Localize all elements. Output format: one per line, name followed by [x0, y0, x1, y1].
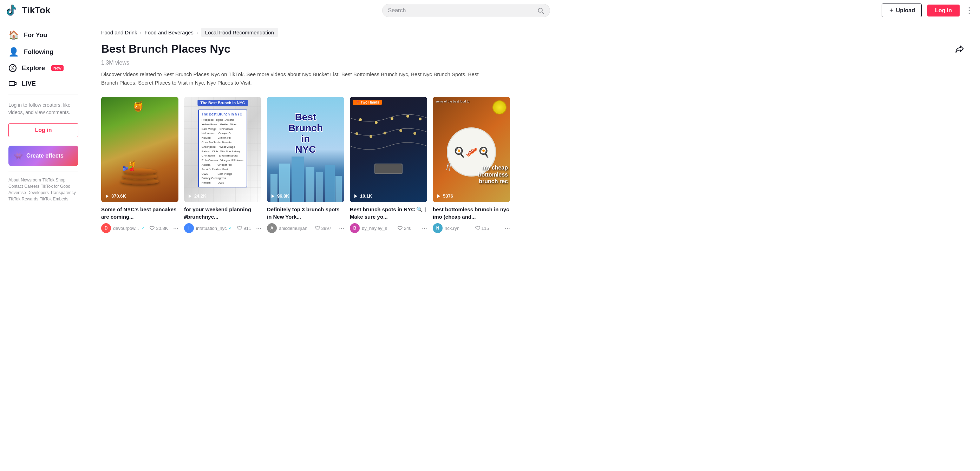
svg-rect-13 [325, 165, 335, 202]
more-dots-2[interactable]: ··· [256, 225, 261, 232]
video-title-2: for your weekend planning #brunchnyc... [184, 206, 261, 220]
footer-link-tiktokrewards[interactable]: TikTok Rewards [8, 197, 38, 201]
new-badge: New [51, 65, 64, 71]
footer-link-careers[interactable]: Careers [24, 184, 39, 189]
page-title: Best Brunch Places Nyc [101, 43, 231, 56]
overlay-bottom-5: my cheapbottomlessbrunch rec [478, 164, 508, 185]
video-title-4: Best brunch spots in NYC 🔍 | Make sure y… [350, 206, 427, 220]
page-title-row: Best Brunch Places Nyc [101, 43, 966, 57]
live-icon [8, 79, 17, 88]
play-icon-1: 370.6K [105, 193, 126, 199]
like-count-5: 115 [475, 226, 489, 231]
author-name-1: devourpow... [113, 226, 139, 231]
likes-5: 115 [482, 226, 489, 231]
share-button[interactable] [953, 43, 966, 57]
video-title-1: Some of NYC's best pancakes are coming..… [101, 206, 178, 220]
more-dots-3[interactable]: ··· [339, 225, 344, 232]
video-card-2[interactable]: The Best Brunch in NYC The Best Brunch i… [184, 97, 261, 233]
video-card-5[interactable]: 🍳🥓🍳 some of the best food to my cheapbot… [433, 97, 510, 233]
video-card-1[interactable]: 🍯 🫐🍓 🍯 370.6K Some of NYC's be [101, 97, 178, 233]
like-count-1: 30.8K [150, 226, 168, 231]
sidebar-item-following[interactable]: 👤 Following [3, 43, 84, 60]
upload-button[interactable]: ＋ Upload [881, 3, 922, 17]
login-button[interactable]: Log in [928, 5, 959, 16]
author-name-3: anicdemurjian [279, 226, 307, 231]
video-card-4[interactable]: 📍 Two Hands 10.1K Best brunch spots in N… [350, 97, 427, 233]
author-name-5: nck.ryn [445, 226, 460, 231]
svg-rect-10 [291, 157, 304, 202]
video-card-3[interactable]: BestBrunchinNYC 96.8K Definitely top 3 b… [267, 97, 344, 233]
svg-point-25 [414, 132, 416, 135]
svg-point-19 [406, 115, 409, 117]
footer-link-about[interactable]: About [8, 178, 19, 182]
page-description: Discover videos related to Best Brunch P… [101, 70, 488, 87]
people-icon: 👤 [8, 47, 19, 57]
likes-3: 3997 [321, 226, 332, 231]
svg-point-20 [419, 117, 422, 121]
footer-link-newsroom[interactable]: Newsroom [21, 178, 41, 182]
logo-text: TikTok [22, 5, 50, 16]
map-bg: The Best Brunch in NYC The Best Brunch i… [184, 97, 261, 202]
breadcrumb-food-beverages[interactable]: Food and Beverages [145, 30, 194, 35]
breadcrumb-sep-2: › [196, 30, 198, 35]
footer-link-tiktokforgood[interactable]: TikTok for Good [41, 184, 70, 189]
more-options-button[interactable]: ⋮ [965, 6, 973, 15]
svg-marker-27 [438, 194, 440, 198]
footer-link-contact[interactable]: Contact [8, 184, 23, 189]
svg-point-24 [399, 129, 402, 132]
video-thumb-5: 🍳🥓🍳 some of the best food to my cheapbot… [433, 97, 510, 202]
sidebar-item-live[interactable]: LIVE [3, 76, 84, 91]
svg-point-16 [359, 118, 362, 121]
more-dots-4[interactable]: ··· [422, 225, 427, 232]
svg-rect-5 [9, 81, 15, 86]
search-container [382, 4, 550, 17]
more-dots-1[interactable]: ··· [173, 225, 178, 232]
share-icon [955, 44, 964, 54]
svg-rect-14 [336, 176, 342, 202]
footer-link-transparency[interactable]: Transparency [50, 190, 76, 195]
likes-1: 30.8K [156, 226, 168, 231]
nav-label-following: Following [24, 48, 53, 56]
sidebar-login-button[interactable]: Log in [8, 123, 78, 137]
breadcrumb-food-drink[interactable]: Food and Drink [101, 30, 137, 35]
sidebar-item-for-you[interactable]: 🏠 For You [3, 27, 84, 43]
play-icon-2: 24.2K [188, 193, 207, 199]
like-count-2: 911 [237, 226, 251, 231]
footer-link-developers[interactable]: Developers [27, 190, 49, 195]
video-meta-4: B by_hayley_s 240 ··· [350, 223, 427, 233]
nyc-bg: BestBrunchinNYC [267, 97, 344, 202]
create-effects-button[interactable]: 👾 Create effects [8, 146, 78, 166]
sidebar: 🏠 For You 👤 Following [0, 21, 87, 471]
sidebar-nav: 🏠 For You 👤 Following [3, 27, 84, 91]
footer-links: About Newsroom TikTok Shop Contact Caree… [8, 178, 78, 201]
breadcrumb-sep-1: › [140, 30, 142, 35]
svg-rect-11 [305, 167, 314, 202]
footer-link-tiktokshop[interactable]: TikTok Shop [43, 178, 66, 182]
ac-unit [374, 163, 402, 174]
likes-2: 911 [243, 226, 251, 231]
sidebar-footer: About Newsroom TikTok Shop Contact Caree… [3, 175, 84, 204]
plus-icon: ＋ [888, 7, 894, 14]
video-author-3: A anicdemurjian [267, 223, 307, 233]
video-meta-5: N nck.ryn 115 ··· [433, 223, 510, 233]
footer-link-tiktokembeds[interactable]: TikTok Embeds [40, 197, 68, 201]
play-count-3: 96.8K [277, 193, 290, 199]
pancake-bg: 🍯 🫐🍓 🍯 [101, 97, 178, 202]
like-count-3: 3997 [315, 226, 332, 231]
video-author-4: B by_hayley_s [350, 223, 387, 233]
footer-link-advertise[interactable]: Advertise [8, 190, 26, 195]
food-bg: 🍳🥓🍳 some of the best food to my cheapbot… [433, 97, 510, 202]
search-input[interactable] [388, 7, 533, 14]
overlay-badge-2: The Best Brunch in NYC [197, 100, 248, 106]
sidebar-item-explore[interactable]: Explore New [3, 60, 84, 76]
verified-icon-2: ✓ [229, 226, 232, 231]
effects-icon: 👾 [14, 152, 23, 160]
search-bar[interactable] [382, 4, 550, 17]
more-dots-5[interactable]: ··· [505, 225, 510, 232]
nyc-overlay-text: BestBrunchinNYC [288, 112, 323, 155]
video-meta-1: D devourpow... ✓ 30.8K ··· [101, 223, 178, 233]
logo[interactable]: TikTok [7, 5, 50, 16]
author-avatar-4: B [350, 223, 360, 233]
main-content: Food and Drink › Food and Beverages › Lo… [87, 21, 980, 471]
author-name-2: infatuation_nyc [196, 226, 227, 231]
